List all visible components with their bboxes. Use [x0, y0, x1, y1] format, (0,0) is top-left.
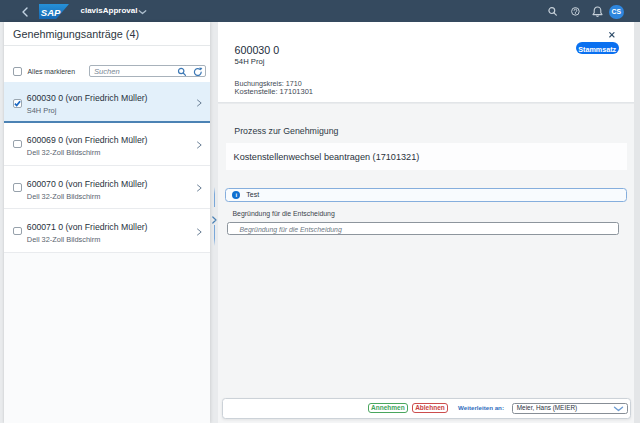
svg-text:SAP: SAP: [41, 6, 61, 17]
